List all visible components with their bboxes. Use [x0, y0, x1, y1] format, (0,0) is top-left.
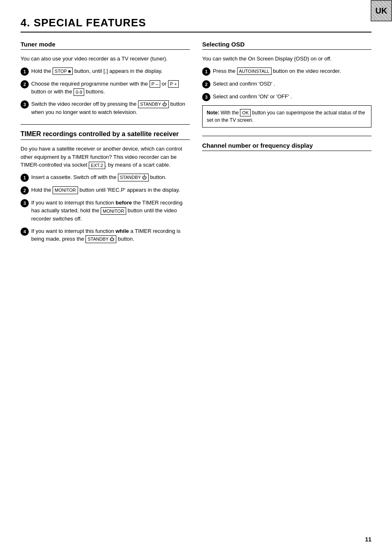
osd-step-2: 2 Select and confirm 'OSD' .	[202, 80, 371, 88]
timer-step-num-2: 2	[21, 186, 29, 195]
page: UK 4. SPECIAL FEATURES Tuner mode You ca…	[0, 0, 392, 555]
channel-divider	[202, 136, 371, 136]
left-column: Tuner mode You can also use your video r…	[21, 41, 190, 251]
timer-heading: TIMER recordings controlled by a satelli…	[21, 130, 190, 140]
timer-step-1: 1 Insert a cassette. Switch off with the…	[21, 173, 190, 182]
uk-badge-inner: UK	[371, 1, 391, 21]
while-bold: while	[115, 228, 129, 234]
timer-step-3-text: If you want to interrupt this function b…	[31, 199, 190, 223]
autoinstall-key: AUTOINSTALL	[237, 67, 272, 75]
osd-step-1-text: Press the AUTOINSTALL button on the vide…	[213, 67, 371, 75]
p-minus-key: P –	[150, 80, 160, 88]
channel-freq-heading: Channel number or frequency display	[202, 142, 371, 151]
uk-badge-label: UK	[376, 6, 387, 16]
page-title: 4. SPECIAL FEATURES	[21, 16, 371, 33]
osd-step-2-text: Select and confirm 'OSD' .	[213, 80, 371, 88]
section-divider	[21, 124, 190, 125]
tuner-mode-intro: You can also use your video recorder as …	[21, 55, 190, 63]
page-number: 11	[365, 536, 371, 543]
standby-key-timer4: STANDBY ⏻	[85, 235, 116, 243]
timer-step-2: 2 Hold the MONITOR button until 'REC.P' …	[21, 186, 190, 195]
selecting-osd-section: Selecting OSD You can switch the On Scre…	[202, 41, 371, 128]
standby-key-tuner: STANDBY ⏻	[138, 100, 169, 108]
monitor-key-1: MONITOR	[53, 186, 78, 194]
timer-step-4: 4 If you want to interrupt this function…	[21, 227, 190, 243]
tuner-step-1-text: Hold the STOP ■ button, until [.] appear…	[31, 67, 190, 75]
osd-step-3: 3 Select and confirm 'ON' or 'OFF' .	[202, 93, 371, 101]
osd-step-1: 1 Press the AUTOINSTALL button on the vi…	[202, 67, 371, 76]
tuner-step-3-text: Switch the video recorder off by pressin…	[31, 100, 190, 116]
stop-key: STOP ■	[53, 67, 73, 75]
osd-intro: You can switch the On Screen Display (OS…	[202, 55, 371, 63]
timer-step-4-text: If you want to interrupt this function w…	[31, 227, 190, 243]
monitor-key-2: MONITOR	[101, 207, 126, 215]
tuner-mode-section: Tuner mode You can also use your video r…	[21, 41, 190, 116]
step-num-3: 3	[21, 100, 29, 109]
standby-key-timer1: STANDBY ⏻	[118, 174, 149, 181]
timer-heading-text: TIMER recordings controlled by a satelli…	[21, 130, 179, 137]
two-column-layout: Tuner mode You can also use your video r…	[21, 41, 371, 251]
osd-step-num-2: 2	[202, 80, 210, 88]
step-num-1: 1	[21, 67, 29, 76]
ok-key: OK	[240, 109, 251, 116]
right-column: Selecting OSD You can switch the On Scre…	[202, 41, 371, 251]
uk-badge: UK	[371, 0, 392, 21]
before-bold: before	[115, 200, 132, 206]
osd-step-3-text: Select and confirm 'ON' or 'OFF' .	[213, 93, 371, 101]
p-plus-key: P +	[168, 80, 179, 88]
timer-intro: Do you have a satellite receiver or anot…	[21, 145, 190, 169]
timer-section: TIMER recordings controlled by a satelli…	[21, 130, 190, 243]
ext2-key: EXT.2	[89, 162, 105, 169]
channel-freq-section: Channel number or frequency display	[202, 142, 371, 151]
note-label: Note:	[207, 110, 219, 116]
tuner-step-2-text: Choose the required programme number wit…	[31, 80, 190, 96]
zero-nine-key: 0-9	[74, 88, 84, 96]
tuner-step-3: 3 Switch the video recorder off by press…	[21, 100, 190, 116]
tuner-step-1: 1 Hold the STOP ■ button, until [.] appe…	[21, 67, 190, 76]
tuner-mode-heading: Tuner mode	[21, 41, 190, 50]
step-num-2: 2	[21, 80, 29, 88]
timer-step-num-3: 3	[21, 199, 29, 207]
timer-step-1-text: Insert a cassette. Switch off with the S…	[31, 173, 190, 181]
osd-heading: Selecting OSD	[202, 41, 371, 50]
timer-step-num-4: 4	[21, 228, 29, 236]
osd-step-num-1: 1	[202, 67, 210, 76]
timer-step-2-text: Hold the MONITOR button until 'REC.P' ap…	[31, 186, 190, 194]
tuner-step-2: 2 Choose the required programme number w…	[21, 80, 190, 96]
osd-note-box: Note: With the OK button you can superim…	[202, 105, 371, 128]
timer-step-3: 3 If you want to interrupt this function…	[21, 199, 190, 223]
timer-step-num-1: 1	[21, 174, 29, 182]
osd-step-num-3: 3	[202, 93, 210, 101]
